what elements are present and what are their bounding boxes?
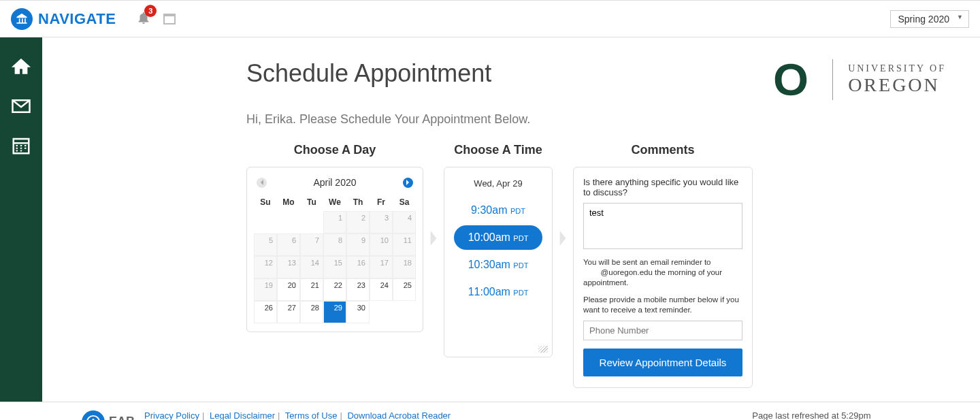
calendar-dow: Mo	[277, 193, 300, 211]
topbar-icons: 3	[136, 10, 176, 28]
page-refreshed-text: Page last refreshed at 5:29pm	[752, 410, 946, 420]
page-title: Schedule Appointment	[246, 59, 491, 88]
legal-link[interactable]: Legal Disclaimer	[210, 410, 275, 420]
calendar-day[interactable]: 23	[346, 278, 370, 301]
calendar-day[interactable]: 7	[300, 233, 323, 256]
calendar-day[interactable]: 27	[277, 301, 300, 323]
calendar-day[interactable]: 2	[346, 211, 370, 233]
calendar-day[interactable]: 25	[393, 278, 416, 301]
calendar-day[interactable]: 21	[300, 278, 323, 301]
arrow-separator	[553, 143, 573, 334]
eab-text: EAB	[109, 415, 135, 420]
term-select[interactable]: Spring 2020	[890, 10, 969, 28]
brand-text: NAVIGATE	[38, 10, 116, 28]
calendar-day[interactable]: 6	[277, 233, 300, 256]
calendar-card: April 2020 SuMoTuWeThFrSa123456789101112…	[246, 167, 423, 332]
university-logo: UNIVERSITY OF OREGON	[764, 59, 946, 100]
time-slot[interactable]: 10:00am PDT	[454, 225, 542, 250]
calendar-day[interactable]: 18	[393, 256, 416, 278]
arrow-separator	[423, 143, 444, 334]
home-icon[interactable]	[11, 56, 31, 77]
calendar-day[interactable]: 29	[323, 301, 346, 323]
acrobat-link[interactable]: Download Acrobat Reader	[347, 410, 451, 420]
calendar-day	[300, 211, 323, 233]
privacy-link[interactable]: Privacy Policy	[144, 410, 199, 420]
mail-icon[interactable]	[11, 96, 31, 116]
comments-card: Is there anything specific you would lik…	[573, 167, 753, 388]
calendar-prev-button[interactable]	[257, 178, 267, 188]
calendar-day[interactable]: 10	[370, 233, 393, 256]
calendar-day[interactable]: 3	[370, 211, 393, 233]
calendar-day[interactable]: 20	[277, 278, 300, 301]
comments-prompt: Is there anything specific you would lik…	[583, 177, 742, 197]
calendar-day[interactable]: 15	[323, 256, 346, 278]
comments-column: Comments Is there anything specific you …	[573, 143, 753, 388]
calendar-day	[393, 301, 416, 323]
calendar-grid: SuMoTuWeThFrSa12345678910111213141516171…	[254, 193, 416, 323]
calendar-dow: We	[323, 193, 346, 211]
phone-input[interactable]	[583, 321, 742, 340]
subheading: Hi, Erika. Please Schedule Your Appointm…	[246, 112, 946, 127]
calendar-day	[277, 211, 300, 233]
eab-logo-icon	[82, 410, 105, 420]
time-slot[interactable]: 9:30am PDT	[454, 198, 542, 223]
calendar-day[interactable]: 8	[323, 233, 346, 256]
choose-time-title: Choose A Time	[454, 143, 542, 157]
university-text-top: UNIVERSITY OF	[848, 63, 946, 74]
university-text-bottom: OREGON	[848, 74, 946, 96]
calendar-day[interactable]: 4	[393, 211, 416, 233]
footer-links: Privacy Policy| Legal Disclaimer| Terms …	[144, 410, 451, 420]
calendar-dow: Su	[254, 193, 277, 211]
calendar-day[interactable]: 19	[254, 278, 277, 301]
calendar-day[interactable]: 22	[323, 278, 346, 301]
calendar-day[interactable]: 12	[254, 256, 277, 278]
sidebar	[0, 37, 42, 402]
email-reminder-text: You will be sent an email reminder to @u…	[583, 257, 742, 288]
calendar-day[interactable]: 16	[346, 256, 370, 278]
top-bar: NAVIGATE 3 Spring 2020	[0, 0, 980, 37]
calendar-day[interactable]: 11	[393, 233, 416, 256]
calendar-day[interactable]: 14	[300, 256, 323, 278]
review-appointment-button[interactable]: Review Appointment Details	[583, 349, 742, 376]
navigate-logo-icon	[11, 8, 33, 30]
calendar-day	[254, 211, 277, 233]
notification-badge: 3	[144, 5, 157, 17]
resize-handle-icon[interactable]	[538, 346, 548, 353]
notifications-button[interactable]: 3	[136, 10, 151, 28]
calendar-day[interactable]: 9	[346, 233, 370, 256]
calendar-day[interactable]: 1	[323, 211, 346, 233]
calendar-day[interactable]: 28	[300, 301, 323, 323]
calendar-dow: Th	[346, 193, 370, 211]
mini-calendar-icon[interactable]	[163, 14, 176, 25]
main-content: Schedule Appointment UNIVERSITY OF OREGO…	[42, 37, 980, 402]
selected-date-label: Wed, Apr 29	[448, 178, 548, 189]
calendar-day	[370, 301, 393, 323]
footer: EAB Privacy Policy| Legal Disclaimer| Te…	[0, 402, 980, 420]
mobile-reminder-text: Please provide a mobile number below if …	[583, 295, 742, 315]
calendar-day[interactable]: 13	[277, 256, 300, 278]
calendar-dow: Tu	[300, 193, 323, 211]
calendar-next-button[interactable]	[403, 178, 413, 188]
calendar-month-label: April 2020	[313, 177, 356, 188]
term-selected-value: Spring 2020	[898, 14, 949, 25]
calendar-day[interactable]: 17	[370, 256, 393, 278]
calendar-day[interactable]: 5	[254, 233, 277, 256]
choose-time-column: Choose A Time Wed, Apr 29 9:30am PDT10:0…	[444, 143, 553, 357]
comments-title: Comments	[631, 143, 694, 157]
calendar-icon[interactable]	[11, 135, 31, 156]
calendar-day[interactable]: 30	[346, 301, 370, 323]
time-slot[interactable]: 11:00am PDT	[454, 280, 542, 304]
brand[interactable]: NAVIGATE	[11, 8, 116, 30]
time-card: Wed, Apr 29 9:30am PDT10:00am PDT10:30am…	[444, 167, 553, 357]
eab-logo: EAB	[82, 410, 135, 420]
calendar-day[interactable]: 26	[254, 301, 277, 323]
calendar-day[interactable]: 24	[370, 278, 393, 301]
oregon-o-icon	[764, 60, 817, 99]
terms-link[interactable]: Terms of Use	[285, 410, 338, 420]
comments-textarea[interactable]	[583, 203, 742, 249]
calendar-dow: Fr	[370, 193, 393, 211]
calendar-dow: Sa	[393, 193, 416, 211]
choose-day-title: Choose A Day	[294, 143, 376, 157]
time-slot[interactable]: 10:30am PDT	[454, 253, 542, 277]
choose-day-column: Choose A Day April 2020 SuMoTuWeThFrSa12…	[246, 143, 423, 332]
